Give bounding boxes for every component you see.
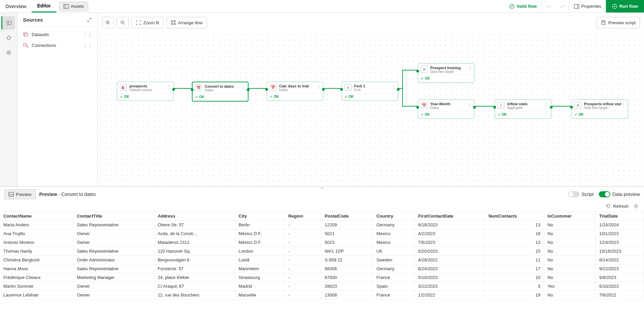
refresh-button[interactable]: Refresh — [606, 203, 628, 209]
table-row[interactable]: Laurence LebihanOwner12, rue des Boucher… — [0, 291, 644, 300]
table-row[interactable]: Hanna MoosSales RepresentativeForsterstr… — [0, 264, 644, 273]
script-label: Script — [582, 192, 594, 197]
table-cell: 12/4/2023 — [596, 238, 644, 247]
table-cell: Hanna Moos — [0, 264, 73, 273]
drag-handle-icon[interactable]: ⋮⋮ — [83, 32, 92, 37]
node-convert-to-dates[interactable]: 📅 Convert to datesDates ⋮ ✓OK — [192, 82, 248, 102]
tab-overview[interactable]: Overview — [0, 0, 32, 12]
sources-title: Sources — [23, 17, 43, 23]
aggregate-icon: Σ — [498, 102, 504, 109]
table-cell: 120 Hanover Sq. — [154, 247, 235, 256]
node-menu-icon[interactable]: ⋮ — [621, 102, 626, 107]
preview-script-button[interactable]: Preview script — [596, 17, 640, 28]
table-cell: - — [285, 247, 321, 256]
column-header[interactable]: IsCustomer — [544, 212, 596, 221]
undo-button[interactable] — [542, 0, 555, 12]
table-cell: Owner — [73, 291, 154, 300]
column-header[interactable]: FirstContactDate — [415, 212, 485, 221]
column-header[interactable]: TrialDate — [596, 212, 644, 221]
table-cell: 5 — [485, 282, 544, 291]
assets-button[interactable]: Assets — [59, 2, 88, 11]
column-header[interactable]: Country — [373, 212, 415, 221]
node-prospects-inflow-stat[interactable]: 🗎 Prospects inflow statData files target… — [572, 100, 628, 119]
table-cell: 13 — [485, 221, 544, 229]
play-circle-icon — [612, 4, 617, 9]
node-prospect-training[interactable]: 🗎 Prospect trainingData files target ⋮ ✓… — [418, 63, 474, 83]
column-header[interactable]: ContactTitle — [73, 212, 154, 221]
node-year-month[interactable]: 📅 Year-MonthDates ⋮ ✓OK — [418, 100, 474, 119]
redo-button[interactable] — [555, 0, 569, 12]
check-icon: ✓ — [421, 113, 423, 116]
flow-canvas[interactable]: ◧ prospectsDataset source ⋮ ✓OK 📅 Conver… — [98, 32, 644, 186]
table-cell: México D.F. — [235, 238, 285, 247]
table-cell: Obere Str. 57 — [154, 221, 235, 229]
rail-processors[interactable] — [2, 31, 16, 45]
column-header[interactable]: PostalCode — [321, 212, 373, 221]
data-preview-table[interactable]: ContactNameContactTitleAddressCityRegion… — [0, 211, 644, 311]
preview-toggle-button[interactable]: Preview — [4, 189, 36, 199]
column-header[interactable]: Address — [154, 212, 235, 221]
svg-rect-3 — [574, 4, 579, 8]
table-cell: 8/14/2022 — [596, 256, 644, 264]
dates-icon: 📅 — [270, 84, 276, 91]
svg-rect-34 — [9, 192, 13, 196]
arrange-icon — [171, 20, 176, 25]
refresh-icon — [606, 203, 611, 209]
table-row[interactable]: Ana TrujilloOwnerAvda. de la Consti…Méxi… — [0, 229, 644, 238]
node-prospects[interactable]: ◧ prospectsDataset source ⋮ ✓OK — [117, 82, 174, 101]
table-cell: 13 — [485, 238, 544, 247]
table-row[interactable]: Antonio MorenoOwnerMataderos 2312México … — [0, 238, 644, 247]
svg-point-15 — [8, 52, 9, 53]
node-inflow-stats[interactable]: Σ Inflow statsAggregate ⋮ ✓OK — [495, 100, 551, 119]
script-toggle[interactable]: Script — [568, 191, 594, 197]
column-header[interactable]: Region — [285, 212, 321, 221]
table-cell: 6/24/2023 — [415, 264, 485, 273]
node-menu-icon[interactable]: ⋮ — [391, 84, 396, 89]
node-menu-icon[interactable]: ⋮ — [317, 84, 321, 89]
properties-button[interactable]: Properties — [569, 0, 606, 12]
table-row[interactable]: Frédérique CiteauxMarketing Manager24, p… — [0, 273, 644, 282]
file-target-icon: 🗎 — [421, 66, 428, 73]
dataset-source-icon: ◧ — [120, 84, 127, 91]
table-cell: Mataderos 2312 — [154, 238, 235, 247]
table-cell: Madrid — [235, 282, 285, 291]
table-cell: 67000 — [321, 273, 373, 282]
table-row[interactable]: Thomas HardySales Representative120 Hano… — [0, 247, 644, 256]
zoom-fit-button[interactable]: Zoom fit — [131, 17, 164, 28]
node-menu-icon[interactable]: ⋮ — [167, 84, 171, 89]
tab-editor[interactable]: Editor — [32, 0, 56, 12]
node-menu-icon[interactable]: ⋮ — [241, 84, 246, 89]
run-flow-button[interactable]: Run flow — [606, 0, 644, 12]
node-menu-icon[interactable]: ⋮ — [468, 102, 472, 107]
column-header[interactable]: ContactName — [0, 212, 73, 221]
node-fork-1[interactable]: ⋔ Fork 1Fork ⋮ ✓OK — [342, 82, 398, 101]
node-menu-icon[interactable]: ⋮ — [545, 102, 549, 107]
source-datasets[interactable]: Datasets ⋮⋮ — [18, 29, 97, 40]
drag-handle-icon[interactable]: ⋮⋮ — [83, 43, 92, 48]
svg-point-36 — [635, 205, 637, 207]
table-row[interactable]: Martín SommerOwnerC/ Araquil, 67Madrid-2… — [0, 282, 644, 291]
data-preview-label: Data preview — [612, 192, 640, 197]
zoom-out-button[interactable] — [117, 17, 129, 28]
expand-icon[interactable] — [87, 17, 92, 23]
table-row[interactable]: Christina BerglundOrder AdministratorBer… — [0, 256, 644, 264]
data-preview-toggle[interactable]: Data preview — [599, 191, 640, 197]
rail-sources[interactable] — [1, 16, 15, 30]
table-cell: France — [373, 273, 415, 282]
table-cell: France — [373, 291, 415, 300]
resize-handle-icon[interactable]: ═ — [317, 186, 327, 188]
dates-icon: 📅 — [195, 84, 202, 91]
table-cell: 5/10/2023 — [415, 273, 485, 282]
table-cell: No — [544, 264, 596, 273]
table-cell: 3/22/2023 — [415, 282, 485, 291]
settings-icon[interactable] — [633, 203, 639, 209]
column-header[interactable]: NumContacts — [485, 212, 544, 221]
table-row[interactable]: Maria AndersSales RepresentativeObere St… — [0, 221, 644, 229]
arrange-flow-button[interactable]: Arrange flow — [166, 17, 207, 28]
node-calc-days-to-trial[interactable]: 📅 Calc days to trialDates ⋮ ✓OK — [267, 82, 323, 101]
source-connections[interactable]: Connections ⋮⋮ — [18, 40, 97, 51]
zoom-in-button[interactable] — [102, 17, 114, 28]
column-header[interactable]: City — [235, 212, 285, 221]
node-menu-icon[interactable]: ⋮ — [468, 66, 472, 71]
rail-targets[interactable] — [2, 46, 16, 59]
